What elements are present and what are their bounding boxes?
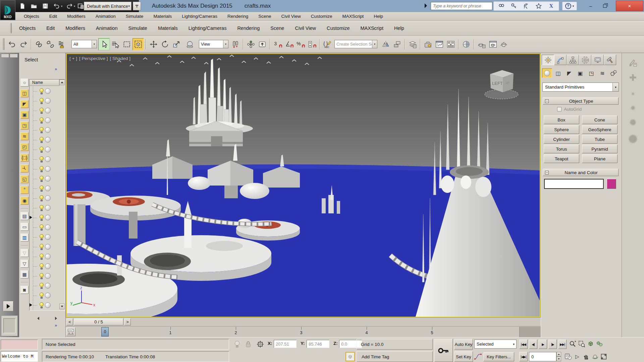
object-name-input[interactable] [544, 179, 604, 189]
open-mini-curve-editor-button[interactable] [66, 327, 75, 336]
cone-button[interactable]: Cone [582, 115, 618, 124]
viewport-3d-scene[interactable] [67, 54, 540, 317]
scene-object-row[interactable] [30, 135, 65, 145]
scene-object-row[interactable] [30, 184, 65, 193]
tab-create[interactable] [542, 55, 554, 65]
menu-modifiers[interactable]: Modifiers [62, 14, 91, 19]
filter-assemblies-icon[interactable]: {□} [20, 154, 29, 162]
menu-civil-view[interactable]: Civil View [289, 25, 321, 31]
orbit-icon[interactable] [591, 352, 599, 361]
autogrid-checkbox[interactable]: AutoGrid [557, 107, 582, 112]
select-and-move-button[interactable] [148, 38, 159, 50]
filter-display-some-icon[interactable]: ▥ [20, 234, 29, 242]
redo-flyout-arrow-icon[interactable]: ▾ [74, 5, 76, 8]
menu-simulate[interactable]: Simulate [123, 25, 152, 31]
favorites-star-icon[interactable] [535, 2, 543, 10]
filter-containers-icon[interactable]: ◱ [20, 175, 29, 183]
filter-space-warps-icon[interactable]: ≋ [20, 132, 29, 140]
menu-animation[interactable]: Animation [91, 25, 123, 31]
frame-spinner[interactable] [556, 352, 561, 361]
add-brush-preset-icon[interactable] [628, 72, 638, 83]
go-to-start-button[interactable]: |◀◀ [519, 340, 528, 349]
primitive-category-dropdown[interactable]: Standard Primitives ▾ [542, 83, 619, 92]
previous-frame-slider-button[interactable]: < [66, 318, 73, 325]
menu-rendering[interactable]: Rendering [232, 25, 265, 31]
selection-filter-dropdown[interactable]: All▾ [71, 40, 97, 48]
next-frame-button[interactable]: |▶ [548, 340, 557, 349]
visibility-bulb-icon[interactable] [40, 224, 44, 230]
mini-listener-thumb[interactable] [1, 315, 18, 336]
filter-shapes-icon[interactable]: ◫ [20, 89, 29, 97]
tab-utilities[interactable] [604, 55, 616, 65]
scene-object-row[interactable] [30, 174, 65, 184]
named-selection-sets-dropdown[interactable]: Create Selection Se▾ [334, 40, 377, 48]
time-slider-value[interactable]: 0 / 5 [74, 318, 123, 325]
teapot-button[interactable]: Teapot [544, 154, 579, 163]
open-file-button[interactable] [30, 2, 38, 10]
name-and-color-rollout[interactable]: − Name and Color [543, 169, 619, 176]
play-button[interactable]: ▶ [539, 340, 547, 349]
snaps-toggle-button[interactable]: 3 [272, 38, 283, 50]
selection-lock-icon[interactable] [244, 340, 252, 348]
viewport-pov-menu[interactable]: [ Perspective ] [79, 56, 108, 61]
new-file-button[interactable] [18, 2, 27, 10]
tab-motion[interactable] [579, 55, 591, 65]
go-to-end-button[interactable]: ▶▶| [558, 340, 567, 349]
bind-to-space-warp-button[interactable] [56, 38, 67, 50]
sphere-button[interactable]: Sphere [544, 125, 579, 134]
isolate-selection-toggle[interactable] [345, 352, 355, 361]
scene-object-row[interactable] [30, 261, 65, 271]
visibility-bulb-icon[interactable] [40, 127, 44, 133]
reference-coordinate-system-dropdown[interactable]: View▾ [199, 40, 228, 48]
scene-states-button[interactable] [422, 38, 434, 50]
next-frame-slider-button[interactable]: > [124, 318, 131, 325]
percent-snap-button[interactable]: % [295, 38, 306, 50]
visibility-bulb-icon[interactable] [40, 273, 44, 279]
scene-object-row[interactable] [30, 203, 65, 213]
redo-button[interactable] [65, 2, 74, 10]
menu-customize[interactable]: Customize [306, 14, 337, 19]
category-cameras-icon[interactable]: ▣ [575, 68, 585, 78]
object-color-swatch[interactable] [607, 179, 616, 189]
menu-grip-handle[interactable] [10, 23, 12, 33]
mirror-button[interactable] [380, 38, 391, 50]
visibility-bulb-icon[interactable] [40, 205, 44, 211]
visibility-bulb-icon[interactable] [40, 156, 44, 162]
workspace-dropdown[interactable]: Default with Enhance ▾ [84, 2, 131, 10]
save-file-button[interactable] [41, 2, 50, 10]
brush-preset-4-icon[interactable] [629, 135, 637, 143]
menu-help[interactable]: Help [389, 25, 410, 31]
rendered-frame-window-button[interactable] [487, 38, 499, 50]
rectangular-selection-region-button[interactable] [121, 38, 132, 50]
restore-button[interactable] [599, 2, 610, 10]
brush-preset-2-icon[interactable] [631, 106, 635, 110]
cylinder-button[interactable]: Cylinder [544, 135, 579, 144]
expand-arrow-icon[interactable] [30, 216, 32, 219]
menu-materials[interactable]: Materials [148, 14, 177, 19]
visibility-bulb-icon[interactable] [40, 263, 44, 269]
menu-maxscript[interactable]: MAXScript [337, 14, 369, 19]
visibility-bulb-icon[interactable] [40, 215, 44, 221]
scroll-up-button[interactable] [59, 80, 65, 85]
filter-lights-icon[interactable]: ◤ [20, 100, 29, 108]
zoom-extents-selected-icon[interactable] [587, 340, 595, 348]
menu-edit[interactable]: Edit [44, 14, 62, 19]
visibility-bulb-icon[interactable] [40, 137, 44, 143]
filter-archive-icon[interactable]: ▦ [20, 270, 29, 278]
viewport-shading-menu[interactable]: [ Shaded ] [110, 56, 130, 61]
menu-edit[interactable]: Edit [41, 25, 60, 31]
scene-object-row[interactable] [30, 271, 65, 281]
menu-materials[interactable]: Materials [153, 25, 183, 31]
absolute-offset-mode-icon[interactable] [256, 340, 264, 348]
tab-hierarchy[interactable] [567, 55, 579, 65]
angle-snap-button[interactable] [283, 38, 295, 50]
menu-objects[interactable]: Objects [19, 14, 44, 19]
brush-preset-3-icon[interactable] [630, 119, 636, 125]
filter-filter-config-icon[interactable]: ▽ [20, 260, 29, 268]
visibility-bulb-icon[interactable] [40, 147, 44, 153]
filter-groups-icon[interactable]: ◰ [20, 143, 29, 151]
brush-preset-manager-icon[interactable] [628, 58, 638, 68]
viewcube[interactable]: LEFT UP [482, 65, 522, 102]
edit-named-selection-sets-button[interactable]: { }ABC [322, 38, 333, 50]
select-and-scale-button[interactable] [171, 38, 182, 50]
